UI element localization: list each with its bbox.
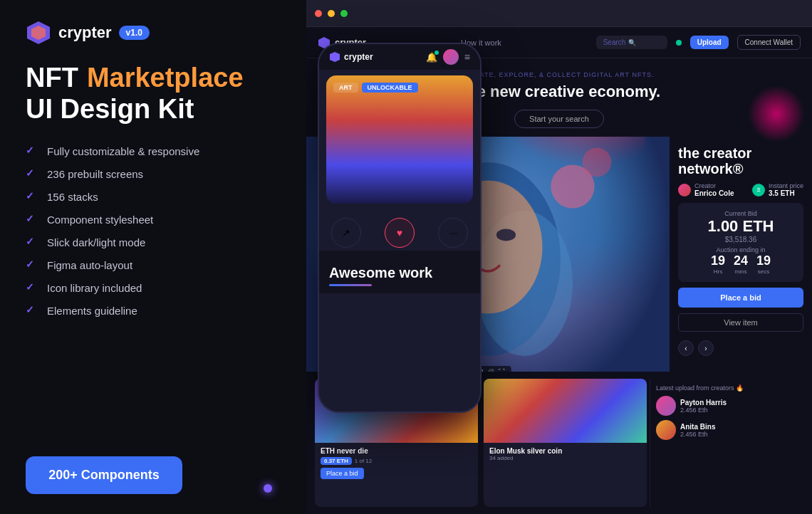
bid-card: Current Bid 1.00 ETH $3,518.36 Auction e… <box>678 203 803 282</box>
share-icon: ↗ <box>342 227 350 238</box>
latest-uploads-panel: Latest upload from creators 🔥 Payton Har… <box>650 379 806 507</box>
latest-item-1: Payton Harris 2.456 Eth <box>656 396 801 416</box>
feature-item-4: ✓ Component stylesheet <box>26 213 281 226</box>
hero-search-button[interactable]: Start your search <box>514 110 604 128</box>
connect-wallet-button[interactable]: Connect Wallet <box>737 35 801 50</box>
feature-item-2: ✓ 236 prebuilt screens <box>26 167 281 180</box>
place-bid-button[interactable]: Place a bid <box>678 288 803 308</box>
phone-icons-right: 🔔 ≡ <box>426 49 470 65</box>
creator-label: Creator <box>694 182 734 189</box>
svg-point-10 <box>496 229 516 241</box>
browser-dot-yellow <box>328 10 335 17</box>
svg-point-14 <box>583 148 612 177</box>
latest-name-1: Payton Harris <box>680 399 727 407</box>
auction-label: Auction ending in <box>685 246 796 253</box>
latest-avatar-2 <box>656 420 676 440</box>
bell-notification-dot <box>434 51 439 55</box>
phone-mockup: crypter 🔔 ≡ ART UNLOCKABLE ↗ <box>318 43 482 413</box>
art-badge: ART <box>333 83 358 93</box>
bottom-nft-info-1: ETH never die 0.37 ETH 1 of 12 Place a b… <box>315 443 478 483</box>
logo-row: crypter v1.0 <box>26 20 281 46</box>
countdown-row: 19 Hrs 24 mins 19 secs <box>685 253 796 275</box>
browser-bar <box>306 0 812 27</box>
latest-avatar-1 <box>656 396 676 416</box>
latest-uploads-label: Latest upload from creators 🔥 <box>656 384 801 392</box>
feature-item-3: ✓ 156 stacks <box>26 190 281 203</box>
bid-amount: 1.00 ETH <box>685 217 796 236</box>
bottom-nft-title-1: ETH never die <box>321 447 472 455</box>
check-icon-7: ✓ <box>26 281 38 294</box>
feature-item-6: ✓ Figma auto-layout <box>26 258 281 271</box>
check-icon-4: ✓ <box>26 213 38 226</box>
phone-status-bar: crypter 🔔 ≡ <box>319 44 480 70</box>
version-badge: v1.0 <box>119 26 150 40</box>
search-bar[interactable]: Search 🔍 <box>596 36 667 49</box>
prev-arrow-button[interactable]: ‹ <box>678 340 694 356</box>
check-icon-3: ✓ <box>26 190 38 203</box>
feature-text-4: Component stylesheet <box>47 214 153 226</box>
phone-actions: ↗ ♥ ··· <box>319 209 480 251</box>
place-bid-small-button[interactable]: Place a bid <box>321 468 364 479</box>
countdown-mins: 24 mins <box>734 253 748 275</box>
phone-logo-icon <box>329 51 340 63</box>
instant-price-badge: Ξ <box>752 184 765 196</box>
price-value: 3.5 ETH <box>769 189 803 197</box>
title-nft: NFT <box>26 63 78 94</box>
mins-label: mins <box>734 268 748 275</box>
bottom-nft-sub-2: 34 added <box>489 455 641 461</box>
bell-icon: 🔔 <box>426 52 437 63</box>
creator-name-value: Enrico Cole <box>694 189 734 197</box>
latest-item-2: Anita Bins 2.456 Eth <box>656 420 801 440</box>
browser-dot-green <box>340 10 348 17</box>
upload-button[interactable]: Upload <box>690 36 729 49</box>
logo-text: crypter <box>58 23 112 42</box>
browser-dot-red <box>315 10 322 17</box>
left-panel: crypter v1.0 NFT Marketplace UI Design K… <box>0 0 306 514</box>
price-label: Instant price <box>769 182 803 189</box>
phone-user-avatar <box>443 49 459 65</box>
nft-count-1: 1 of 12 <box>355 458 372 464</box>
bottom-nft-card-2: Elon Musk silver coin 34 added <box>484 379 647 507</box>
like-button[interactable]: ♥ <box>385 218 415 248</box>
features-list: ✓ Fully customizable & responsive ✓ 236 … <box>26 145 281 317</box>
phone-nft-img <box>326 75 473 204</box>
notification-dot <box>676 40 682 46</box>
components-button[interactable]: 200+ Components <box>26 456 182 494</box>
feature-text-5: Slick dark/light mode <box>47 236 145 248</box>
check-icon-6: ✓ <box>26 258 38 271</box>
phone-logo-text: crypter <box>344 52 373 62</box>
phone-logo: crypter <box>329 51 373 63</box>
search-icon: 🔍 <box>628 39 636 46</box>
feature-text-1: Fully customizable & responsive <box>47 145 199 157</box>
latest-name-2: Anita Bins <box>680 423 715 431</box>
title-block: NFT Marketplace UI Design Kit <box>26 63 281 125</box>
view-item-button[interactable]: View item <box>678 313 803 332</box>
search-text: Search <box>603 38 626 46</box>
latest-eth-1: 2.456 Eth <box>680 407 727 414</box>
bottom-nft-img-2 <box>484 379 647 443</box>
creator-info-row: Creator Enrico Cole Ξ Instant price 3.5 … <box>678 182 803 197</box>
bid-usd: $3,518.36 <box>685 236 796 243</box>
hours-value: 19 <box>711 253 725 268</box>
mins-value: 24 <box>734 253 748 268</box>
glow-dot <box>264 484 272 493</box>
feature-item-8: ✓ Elements guideline <box>26 304 281 317</box>
phone-nft-card: ART UNLOCKABLE <box>326 75 473 204</box>
phone-badges: ART UNLOCKABLE <box>333 83 418 93</box>
countdown-hours: 19 Hrs <box>711 253 725 275</box>
creator-title: the creator network® <box>678 145 803 177</box>
feature-text-7: Icon library included <box>47 282 142 294</box>
hours-label: Hrs <box>711 268 725 275</box>
next-arrow-button[interactable]: › <box>698 340 714 356</box>
share-button[interactable]: ↗ <box>331 218 361 248</box>
eth-badge-1: 0.37 ETH <box>321 457 352 465</box>
more-icon: ··· <box>449 227 457 238</box>
unlockable-badge: UNLOCKABLE <box>362 83 418 93</box>
more-options-button[interactable]: ··· <box>438 218 468 248</box>
phone-title-underline <box>329 284 372 286</box>
latest-eth-2: 2.456 Eth <box>680 431 715 438</box>
feature-text-3: 156 stacks <box>47 191 98 203</box>
feature-text-6: Figma auto-layout <box>47 259 132 271</box>
creator-panel: the creator network® Creator Enrico Cole <box>670 137 812 372</box>
countdown-secs: 19 secs <box>756 253 771 275</box>
